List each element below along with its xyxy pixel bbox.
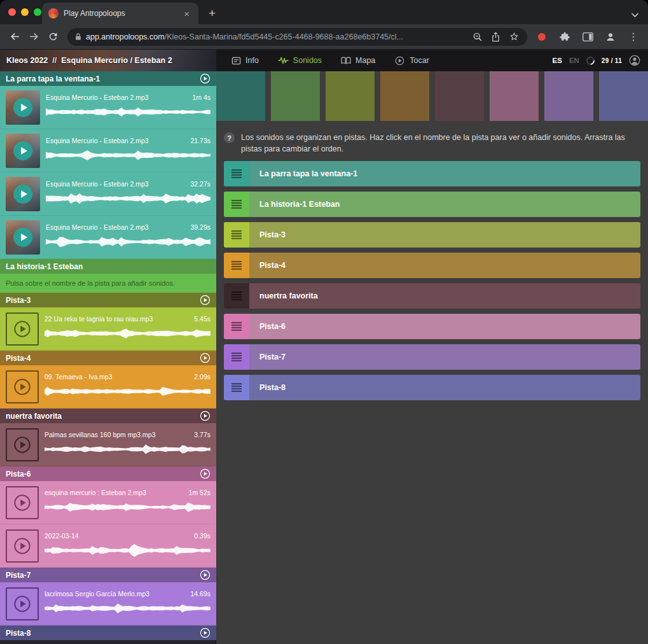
play-track-icon[interactable] [200, 410, 210, 421]
play-sound-icon[interactable] [13, 228, 32, 247]
account-icon[interactable] [629, 55, 640, 66]
track-row[interactable]: La historia-1 Esteban [224, 192, 640, 217]
play-track-icon[interactable] [200, 468, 210, 479]
sound-item[interactable]: Esquina Mercurio - Esteban 2.mp321.73s [0, 129, 216, 172]
drag-handle[interactable] [224, 161, 249, 186]
bookmark-star-icon[interactable] [509, 31, 520, 42]
header-right: ES EN 29 / 11 [553, 55, 640, 66]
lock-icon[interactable] [75, 32, 81, 41]
lang-en[interactable]: EN [569, 57, 579, 64]
lang-es[interactable]: ES [553, 57, 562, 64]
sound-item[interactable]: esquina mercurio : Esteban 2.mp31m 52s [0, 481, 216, 524]
play-track-icon[interactable] [200, 570, 210, 580]
track-header[interactable]: Pista-6 [0, 466, 216, 481]
tab-sonidos[interactable]: Sonidos [278, 56, 322, 65]
track-header[interactable]: Pista-8 [0, 626, 216, 640]
track-row-label: Pista-7 [249, 344, 286, 370]
track-swatch[interactable] [380, 71, 429, 121]
project-name: Kleos 2022 [6, 56, 48, 65]
address-bar[interactable]: app.antropoloops.com/Kleos-Santa-Marina/… [67, 28, 527, 46]
fullscreen-window-button[interactable] [34, 8, 41, 16]
play-sound-icon[interactable] [13, 98, 32, 117]
play-sound-button[interactable] [6, 428, 39, 461]
browser-menu-icon[interactable]: ⋮ [624, 27, 643, 46]
sound-duration: 14.69s [190, 590, 210, 598]
drag-handle[interactable] [224, 344, 249, 370]
drag-handle[interactable] [224, 253, 249, 278]
track-swatch[interactable] [490, 71, 539, 121]
track-swatch[interactable] [271, 71, 320, 121]
track-swatch[interactable] [435, 71, 484, 121]
track-header[interactable]: Pista-3 [0, 293, 216, 307]
sound-item[interactable]: 2022-03-140.39s [0, 524, 216, 568]
sound-thumbnail[interactable] [6, 134, 40, 168]
reload-button[interactable] [43, 27, 62, 46]
play-sound-button[interactable] [6, 486, 39, 519]
back-button[interactable] [5, 27, 24, 46]
track-row[interactable]: Pista-4 [224, 253, 640, 278]
track-header[interactable]: La parra tapa la ventana-1 [0, 71, 216, 86]
play-sound-icon[interactable] [13, 141, 32, 160]
track-swatch[interactable] [216, 71, 265, 121]
drag-handle[interactable] [224, 314, 249, 339]
drag-handle[interactable] [224, 192, 249, 217]
track-name: La parra tapa la ventana-1 [6, 74, 195, 83]
close-window-button[interactable] [8, 8, 16, 16]
tab-search-chevron-icon[interactable] [631, 12, 639, 18]
track-header[interactable]: Pista-4 [0, 351, 216, 365]
play-icon [13, 320, 31, 338]
forward-button[interactable] [24, 27, 43, 46]
minimize-window-button[interactable] [21, 8, 29, 16]
tab-info[interactable]: Info [231, 56, 259, 66]
play-sound-button[interactable] [6, 529, 39, 563]
recording-extension-icon[interactable] [532, 27, 551, 46]
track-row[interactable]: nuertra favorita [224, 283, 640, 309]
track-swatch[interactable] [544, 71, 593, 121]
tab-strip: Play Antropoloops × + [0, 0, 648, 24]
sound-thumbnail[interactable] [6, 177, 40, 211]
drag-handle[interactable] [224, 375, 249, 400]
track-row[interactable]: Pista-8 [224, 375, 640, 400]
extensions-puzzle-icon[interactable] [555, 27, 574, 46]
play-track-icon[interactable] [200, 295, 210, 305]
zoom-icon[interactable] [472, 32, 483, 42]
sound-item[interactable]: Palmas sevillanas 160 bpm mp3.mp33.77s [0, 423, 216, 466]
track-header[interactable]: Pista-7 [0, 568, 216, 582]
track-header[interactable]: La historia-1 Esteban [0, 259, 216, 274]
play-sound-button[interactable] [6, 370, 39, 403]
drag-handle[interactable] [224, 222, 249, 248]
track-hint: Pulsa sobre el nombre de la pista para a… [0, 274, 216, 293]
profile-avatar[interactable] [601, 27, 620, 46]
sound-item[interactable]: Esquina Mercurio - Esteban 2.mp31m 4s [0, 86, 216, 129]
sound-item[interactable]: lacrimosa Sergio García Merlo.mp314.69s [0, 582, 216, 626]
track-row[interactable]: Pista-7 [224, 344, 640, 370]
track-row[interactable]: Pista-6 [224, 314, 640, 339]
track-swatch[interactable] [326, 71, 375, 121]
tab-tocar[interactable]: Tocar [394, 56, 429, 66]
play-sound-icon[interactable] [13, 185, 32, 204]
sound-item[interactable]: 22 Ua reka te tagnia to rau niau.mp35.45… [0, 307, 216, 351]
tab-mapa[interactable]: Mapa [341, 56, 375, 65]
play-sound-button[interactable] [6, 587, 39, 620]
track-row[interactable]: La parra tapa la ventana-1 [224, 161, 640, 186]
track-header[interactable]: nuertra favorita [0, 409, 216, 423]
tab-close-icon[interactable]: × [181, 8, 192, 20]
sound-thumbnail[interactable] [6, 90, 40, 125]
share-icon[interactable] [492, 32, 500, 42]
browser-tab[interactable]: Play Antropoloops × [42, 3, 198, 24]
track-swatch[interactable] [599, 71, 648, 121]
play-track-icon[interactable] [200, 353, 210, 363]
new-tab-button[interactable]: + [205, 6, 219, 20]
drag-handle-icon [231, 261, 242, 270]
sound-item[interactable]: Esquina Mercurio - Esteban 2.mp332.27s [0, 172, 216, 216]
tab-sonidos-label: Sonidos [293, 56, 322, 65]
play-track-icon[interactable] [200, 627, 210, 638]
play-track-icon[interactable] [200, 73, 210, 84]
sound-thumbnail[interactable] [6, 220, 40, 255]
drag-handle[interactable] [224, 283, 249, 309]
play-sound-button[interactable] [6, 312, 39, 346]
sound-item[interactable]: 09. Temaeva - Iva.mp32.09s [0, 365, 216, 409]
sound-item[interactable]: Esquina Mercurio - Esteban 2.mp339.29s [0, 216, 216, 259]
side-panel-icon[interactable] [578, 27, 597, 46]
track-row[interactable]: Pista-3 [224, 222, 640, 248]
